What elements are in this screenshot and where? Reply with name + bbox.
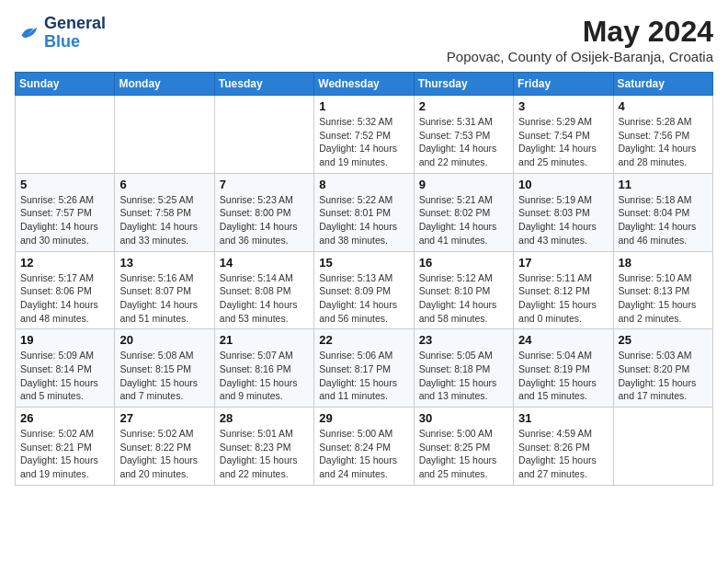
- day-info: Sunrise: 5:12 AM Sunset: 8:10 PM Dayligh…: [419, 271, 508, 326]
- day-info: Sunrise: 5:10 AM Sunset: 8:13 PM Dayligh…: [619, 271, 708, 326]
- day-info: Sunrise: 5:32 AM Sunset: 7:52 PM Dayligh…: [319, 115, 408, 169]
- calendar-cell: 4Sunrise: 5:28 AM Sunset: 7:56 PM Daylig…: [613, 96, 712, 174]
- calendar-cell: 7Sunrise: 5:23 AM Sunset: 8:00 PM Daylig…: [214, 173, 313, 251]
- calendar-cell: 31Sunrise: 4:59 AM Sunset: 8:26 PM Dayli…: [514, 408, 613, 486]
- logo-icon: [15, 20, 40, 46]
- day-number: 3: [518, 99, 608, 113]
- day-info: Sunrise: 5:02 AM Sunset: 8:21 PM Dayligh…: [20, 427, 109, 481]
- calendar-cell: 19Sunrise: 5:09 AM Sunset: 8:14 PM Dayli…: [16, 329, 115, 408]
- day-info: Sunrise: 5:09 AM Sunset: 8:14 PM Dayligh…: [20, 349, 109, 403]
- day-number: 17: [518, 256, 608, 270]
- day-number: 20: [119, 333, 209, 347]
- calendar-cell: 17Sunrise: 5:11 AM Sunset: 8:12 PM Dayli…: [514, 251, 613, 329]
- calendar-cell: 22Sunrise: 5:06 AM Sunset: 8:17 PM Dayli…: [314, 329, 414, 408]
- day-info: Sunrise: 5:04 AM Sunset: 8:19 PM Dayligh…: [518, 349, 608, 403]
- calendar-cell: 26Sunrise: 5:02 AM Sunset: 8:21 PM Dayli…: [16, 408, 115, 486]
- day-number: 19: [20, 333, 109, 347]
- calendar-cell: 30Sunrise: 5:00 AM Sunset: 8:25 PM Dayli…: [414, 408, 513, 486]
- day-info: Sunrise: 5:23 AM Sunset: 8:00 PM Dayligh…: [220, 193, 309, 247]
- day-info: Sunrise: 5:07 AM Sunset: 8:16 PM Dayligh…: [220, 349, 309, 403]
- day-info: Sunrise: 5:28 AM Sunset: 7:56 PM Dayligh…: [619, 115, 708, 169]
- day-number: 21: [220, 333, 309, 347]
- day-number: 26: [20, 411, 109, 425]
- day-info: Sunrise: 5:00 AM Sunset: 8:25 PM Dayligh…: [419, 427, 508, 481]
- calendar-cell: 11Sunrise: 5:18 AM Sunset: 8:04 PM Dayli…: [613, 173, 712, 251]
- month-title: May 2024: [447, 15, 713, 49]
- calendar-cell: 25Sunrise: 5:03 AM Sunset: 8:20 PM Dayli…: [613, 329, 712, 408]
- day-header-friday: Friday: [514, 73, 613, 96]
- calendar-cell: 20Sunrise: 5:08 AM Sunset: 8:15 PM Dayli…: [115, 329, 214, 408]
- logo: General Blue: [15, 15, 106, 52]
- day-info: Sunrise: 5:00 AM Sunset: 8:24 PM Dayligh…: [319, 427, 408, 481]
- calendar-week-row: 12Sunrise: 5:17 AM Sunset: 8:06 PM Dayli…: [16, 251, 713, 329]
- title-block: May 2024 Popovac, County of Osijek-Baran…: [447, 15, 713, 64]
- day-number: 31: [518, 411, 608, 425]
- day-info: Sunrise: 5:11 AM Sunset: 8:12 PM Dayligh…: [518, 271, 608, 326]
- day-number: 1: [319, 99, 408, 113]
- day-header-monday: Monday: [115, 73, 214, 96]
- day-number: 5: [20, 178, 109, 191]
- calendar-cell: 6Sunrise: 5:25 AM Sunset: 7:58 PM Daylig…: [115, 173, 214, 251]
- day-info: Sunrise: 5:08 AM Sunset: 8:15 PM Dayligh…: [119, 349, 209, 403]
- calendar-cell: 29Sunrise: 5:00 AM Sunset: 8:24 PM Dayli…: [314, 408, 414, 486]
- day-header-tuesday: Tuesday: [214, 73, 313, 96]
- day-number: 6: [119, 178, 209, 191]
- calendar-week-row: 1Sunrise: 5:32 AM Sunset: 7:52 PM Daylig…: [16, 96, 713, 174]
- day-number: 2: [419, 99, 508, 113]
- day-number: 29: [319, 411, 408, 425]
- day-number: 27: [119, 411, 209, 425]
- day-number: 18: [619, 256, 708, 270]
- day-number: 11: [619, 178, 708, 191]
- logo-text-line2: Blue: [44, 33, 106, 52]
- day-info: Sunrise: 5:17 AM Sunset: 8:06 PM Dayligh…: [20, 271, 109, 326]
- calendar-header-row: SundayMondayTuesdayWednesdayThursdayFrid…: [16, 73, 713, 96]
- calendar-cell: [613, 408, 712, 486]
- day-number: 15: [319, 256, 408, 270]
- calendar-cell: 3Sunrise: 5:29 AM Sunset: 7:54 PM Daylig…: [514, 96, 613, 174]
- calendar-cell: 9Sunrise: 5:21 AM Sunset: 8:02 PM Daylig…: [414, 173, 513, 251]
- day-number: 30: [419, 411, 508, 425]
- page-header: General Blue May 2024 Popovac, County of…: [15, 15, 713, 64]
- calendar-cell: [115, 96, 214, 174]
- calendar-week-row: 19Sunrise: 5:09 AM Sunset: 8:14 PM Dayli…: [16, 329, 713, 408]
- day-number: 23: [419, 333, 508, 347]
- day-info: Sunrise: 5:02 AM Sunset: 8:22 PM Dayligh…: [119, 427, 209, 481]
- day-info: Sunrise: 5:29 AM Sunset: 7:54 PM Dayligh…: [518, 115, 608, 169]
- calendar-cell: 16Sunrise: 5:12 AM Sunset: 8:10 PM Dayli…: [414, 251, 513, 329]
- day-info: Sunrise: 5:05 AM Sunset: 8:18 PM Dayligh…: [419, 349, 508, 403]
- calendar-cell: 24Sunrise: 5:04 AM Sunset: 8:19 PM Dayli…: [514, 329, 613, 408]
- day-number: 9: [419, 178, 508, 191]
- calendar-cell: 5Sunrise: 5:26 AM Sunset: 7:57 PM Daylig…: [16, 173, 115, 251]
- calendar-cell: 13Sunrise: 5:16 AM Sunset: 8:07 PM Dayli…: [115, 251, 214, 329]
- day-number: 10: [518, 178, 608, 191]
- logo-text-line1: General: [44, 15, 106, 33]
- day-number: 24: [518, 333, 608, 347]
- day-info: Sunrise: 5:21 AM Sunset: 8:02 PM Dayligh…: [419, 193, 508, 247]
- day-number: 4: [619, 99, 708, 113]
- calendar-cell: 28Sunrise: 5:01 AM Sunset: 8:23 PM Dayli…: [214, 408, 313, 486]
- day-number: 8: [319, 178, 408, 191]
- day-info: Sunrise: 5:03 AM Sunset: 8:20 PM Dayligh…: [619, 349, 708, 403]
- calendar-cell: 21Sunrise: 5:07 AM Sunset: 8:16 PM Dayli…: [214, 329, 313, 408]
- day-number: 14: [220, 256, 309, 270]
- calendar-week-row: 26Sunrise: 5:02 AM Sunset: 8:21 PM Dayli…: [16, 408, 713, 486]
- day-info: Sunrise: 5:18 AM Sunset: 8:04 PM Dayligh…: [619, 193, 708, 247]
- day-header-saturday: Saturday: [613, 73, 712, 96]
- calendar-week-row: 5Sunrise: 5:26 AM Sunset: 7:57 PM Daylig…: [16, 173, 713, 251]
- calendar-cell: 14Sunrise: 5:14 AM Sunset: 8:08 PM Dayli…: [214, 251, 313, 329]
- calendar-cell: 8Sunrise: 5:22 AM Sunset: 8:01 PM Daylig…: [314, 173, 414, 251]
- day-info: Sunrise: 5:19 AM Sunset: 8:03 PM Dayligh…: [518, 193, 608, 247]
- day-number: 28: [220, 411, 309, 425]
- day-info: Sunrise: 5:01 AM Sunset: 8:23 PM Dayligh…: [220, 427, 309, 481]
- day-header-wednesday: Wednesday: [314, 73, 414, 96]
- calendar-table: SundayMondayTuesdayWednesdayThursdayFrid…: [15, 72, 713, 486]
- calendar-cell: 12Sunrise: 5:17 AM Sunset: 8:06 PM Dayli…: [16, 251, 115, 329]
- day-info: Sunrise: 4:59 AM Sunset: 8:26 PM Dayligh…: [518, 427, 608, 481]
- day-info: Sunrise: 5:13 AM Sunset: 8:09 PM Dayligh…: [319, 271, 408, 326]
- day-info: Sunrise: 5:26 AM Sunset: 7:57 PM Dayligh…: [20, 193, 109, 247]
- day-info: Sunrise: 5:31 AM Sunset: 7:53 PM Dayligh…: [419, 115, 508, 169]
- day-info: Sunrise: 5:14 AM Sunset: 8:08 PM Dayligh…: [220, 271, 309, 326]
- day-info: Sunrise: 5:16 AM Sunset: 8:07 PM Dayligh…: [119, 271, 209, 326]
- calendar-cell: 1Sunrise: 5:32 AM Sunset: 7:52 PM Daylig…: [314, 96, 414, 174]
- day-info: Sunrise: 5:06 AM Sunset: 8:17 PM Dayligh…: [319, 349, 408, 403]
